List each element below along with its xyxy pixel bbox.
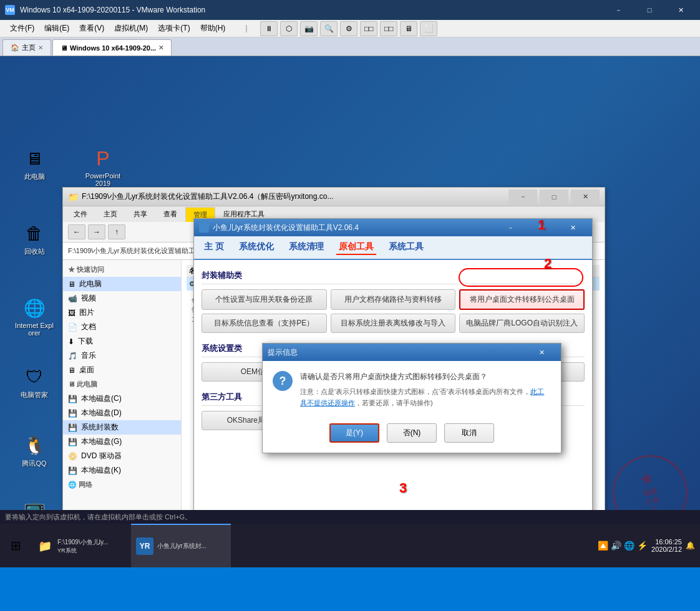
nav-home[interactable]: 主 页: [202, 240, 226, 255]
start-icon: ⊞: [11, 538, 21, 553]
dialog-cancel-button[interactable]: 取消: [444, 423, 494, 443]
ribbon-tab-home[interactable]: 主页: [95, 206, 125, 222]
desktop-icon-ie[interactable]: 🌐 Internet Explorer: [12, 293, 56, 339]
btn-logo[interactable]: 电脑品牌厂商LOGO自动识别注入: [459, 314, 585, 333]
sidebar-quick-access: ★ 快速访问: [63, 262, 181, 277]
pictures-icon: 🖼: [68, 309, 75, 317]
sidebar-dvd[interactable]: 📀 DVD 驱动器: [63, 449, 181, 463]
clock[interactable]: 16:06:25 2020/2/12: [651, 538, 682, 553]
menu-view[interactable]: 查看(V): [74, 21, 109, 36]
nav-forward[interactable]: →: [88, 224, 105, 239]
desktop-icon-computer[interactable]: 🖥 此电脑: [12, 143, 56, 184]
systray-arrow[interactable]: 🔼: [598, 541, 608, 551]
tab-vm-close[interactable]: ✕: [158, 44, 163, 51]
toolbar-btn-3[interactable]: 📷: [300, 21, 318, 36]
menu-vm[interactable]: 虚拟机(M): [109, 21, 153, 36]
taskbar-item-tool[interactable]: YR 小鱼儿lyr系统封...: [131, 524, 231, 567]
explorer-minimize[interactable]: －: [508, 190, 537, 204]
tab-bar: 🏠 主页 ✕ 🖥 Windows 10 x64-1909-20... ✕: [0, 37, 700, 56]
explorer-close[interactable]: ✕: [571, 190, 600, 204]
desktop-icon-qq[interactable]: 🐧 腾讯QQ: [12, 430, 56, 471]
seal-assist-header: 封装辅助类: [202, 267, 585, 284]
close-button[interactable]: ✕: [666, 0, 695, 20]
vm-desktop[interactable]: 🖥 此电脑 P PowerPoint 2019 🗑 回收站 🌀 QQ浏览器 🌐 …: [0, 56, 700, 567]
sidebar-this-pc: 🖥 此电脑: [63, 377, 181, 392]
dialog-close[interactable]: ✕: [527, 345, 556, 360]
toolbar-btn-6[interactable]: □□: [360, 21, 377, 36]
sidebar-item-music[interactable]: 🎵 音乐: [63, 349, 181, 363]
nav-sysopt[interactable]: 系统优化: [236, 240, 276, 255]
tool-minimize[interactable]: －: [496, 218, 525, 238]
dialog-body: ? 请确认是否只将用户桌面快捷方式图标转移到公共桌面？ 注意：点是'表示只转移桌…: [263, 361, 561, 418]
desktop-icon-trash[interactable]: 🗑 回收站: [12, 218, 56, 259]
sidebar-item-video[interactable]: 📹 视频: [63, 291, 181, 306]
toolbar-btn-4[interactable]: 🔍: [320, 21, 338, 36]
btn-sys-info[interactable]: 目标系统信息查看（支持PE）: [202, 314, 327, 333]
ie-label: Internet Explorer: [15, 322, 54, 337]
tab-vm[interactable]: 🖥 Windows 10 x64-1909-20... ✕: [52, 39, 172, 55]
ribbon-tab-share[interactable]: 共享: [125, 206, 155, 222]
dialog-yes-button[interactable]: 是(Y): [329, 423, 379, 443]
nav-back[interactable]: ←: [68, 224, 85, 239]
btn-move-desktop[interactable]: 将用户桌面文件转移到公共桌面: [459, 289, 585, 310]
sidebar-item-desktop[interactable]: 🖥 桌面: [63, 363, 181, 377]
taskbar-item-explorer[interactable]: 📁 F:\1909\小鱼儿ly... YR系统: [31, 524, 131, 567]
btn-personal-backup[interactable]: 个性设置与应用关联备份还原: [202, 289, 327, 310]
sidebar-item-downloads[interactable]: ⬇ 下载: [63, 334, 181, 349]
sidebar-disk-c[interactable]: 💾 本地磁盘(C): [63, 392, 181, 406]
toolbar-btn-7[interactable]: □□: [380, 21, 397, 36]
systray-net[interactable]: 🌐: [624, 541, 634, 551]
sidebar-disk-k[interactable]: 💾 本地磁盘(K): [63, 463, 181, 478]
disk-g-icon: 💾: [68, 438, 77, 446]
menu-help[interactable]: 帮助(H): [195, 21, 231, 36]
sidebar-seal-data[interactable]: 💾 系统封装数: [63, 420, 181, 435]
trash-label: 回收站: [24, 247, 45, 256]
sidebar-disk-g[interactable]: 💾 本地磁盘(G): [63, 435, 181, 449]
nav-up[interactable]: ↑: [108, 224, 125, 239]
dialog-no-button[interactable]: 否(N): [387, 423, 437, 443]
sidebar-item-docs[interactable]: 📄 文档: [63, 320, 181, 334]
btn-user-docs[interactable]: 用户文档存储路径与资料转移: [331, 289, 456, 310]
vmware-window: VM Windows 10 x64-1909-20200115 - VMware…: [0, 0, 700, 567]
sidebar-item-pictures[interactable]: 🖼 图片: [63, 306, 181, 320]
ppt-label: PowerPoint 2019: [84, 172, 122, 187]
desktop-icon-ppt[interactable]: P PowerPoint 2019: [81, 143, 125, 190]
seal-icon: 💾: [68, 423, 77, 432]
menu-edit[interactable]: 编辑(E): [39, 21, 74, 36]
toolbar-btn-5[interactable]: ⚙: [340, 21, 357, 36]
nav-systools[interactable]: 系统工具: [386, 240, 426, 255]
hint-text: 要将输入定向到该虚拟机，请在虚拟机内部单击或按 Ctrl+G。: [5, 512, 192, 522]
tool-maximize[interactable]: □: [527, 218, 556, 238]
start-button[interactable]: ⊞: [0, 524, 31, 567]
video-label: 视频: [81, 293, 96, 304]
notification-icon[interactable]: 🔔: [686, 541, 695, 550]
minimize-button[interactable]: －: [604, 0, 633, 20]
systray-vol[interactable]: 🔊: [611, 541, 621, 551]
toolbar-btn-2[interactable]: ⬡: [280, 21, 298, 36]
btn-registry[interactable]: 目标系统注册表离线修改与导入: [331, 314, 456, 333]
sidebar-item-computer[interactable]: 🖥 此电脑: [63, 277, 181, 291]
toolbar-btn-9[interactable]: ⬜: [420, 21, 437, 36]
vmware-menubar: 文件(F) 编辑(E) 查看(V) 虚拟机(M) 选项卡(T) 帮助(H) ｜ …: [0, 20, 700, 37]
ribbon-tab-file[interactable]: 文件: [66, 206, 95, 222]
toolbar-btn-8[interactable]: 🖥: [400, 21, 417, 36]
dialog-link[interactable]: 此工具不提供还原操作: [300, 388, 544, 407]
window-controls: － □ ✕: [604, 0, 695, 20]
nav-original-tools[interactable]: 原创工具: [336, 240, 376, 255]
tool-close[interactable]: ✕: [558, 218, 587, 238]
tab-home-close[interactable]: ✕: [38, 44, 43, 51]
maximize-button[interactable]: □: [635, 0, 664, 20]
menu-file[interactable]: 文件(F): [5, 21, 39, 36]
watermark-text1: 逍遥: [642, 486, 658, 498]
desktop-icon-dj[interactable]: 🛡 电脑管家: [12, 362, 56, 402]
vmware-title: Windows 10 x64-1909-20200115 - VMware Wo…: [20, 6, 604, 14]
pause-button[interactable]: ⏸: [260, 21, 278, 36]
tab-home[interactable]: 🏠 主页 ✕: [2, 39, 51, 55]
menu-tab[interactable]: 选项卡(T): [153, 21, 195, 36]
explorer-maximize[interactable]: □: [540, 190, 568, 204]
systray-power[interactable]: ⚡: [637, 541, 648, 551]
nav-sysclean[interactable]: 系统清理: [286, 240, 326, 255]
ppt-icon: P: [90, 146, 115, 171]
ribbon-tab-view[interactable]: 查看: [155, 206, 185, 222]
sidebar-disk-d[interactable]: 💾 本地磁盘(D): [63, 406, 181, 420]
